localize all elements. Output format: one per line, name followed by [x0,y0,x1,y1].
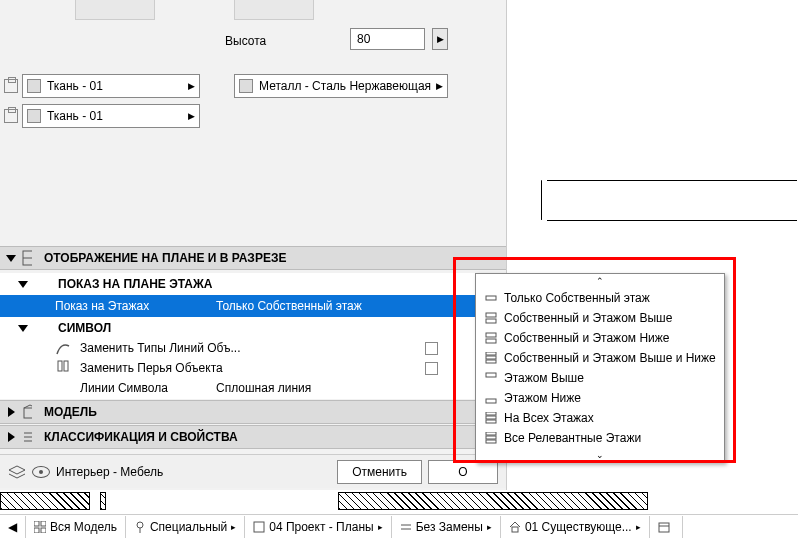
line-type-icon [55,340,71,356]
dropdown-item[interactable]: Этажом Выше [476,368,724,388]
chevron-down-icon [18,323,28,333]
plan-section-icon [22,250,38,266]
svg-rect-22 [486,373,496,377]
svg-rect-31 [41,521,46,526]
dropdown-item[interactable]: Этажом Ниже [476,388,724,408]
list-icon [22,429,38,445]
floor-display-dropdown: ⌃ Только Собственный этаж Собственный и … [475,273,725,463]
dropdown-item[interactable]: Собственный и Этажом Выше и Ниже [476,348,724,368]
floor-icon [484,431,498,445]
chevron-right-icon [6,432,16,442]
svg-rect-14 [486,296,496,300]
layer-name: Интерьер - Мебель [56,465,163,479]
tab-label: Без Замены [416,520,483,534]
row-show-on-floors[interactable]: Показ на Этажах Только Собственный этаж … [0,295,506,317]
floor-icon [484,411,498,425]
checkbox[interactable] [425,362,438,375]
tab-more[interactable] [650,516,683,538]
tab-no-replace[interactable]: Без Замены▸ [392,516,501,538]
house-icon [509,521,521,533]
section-title: МОДЕЛЬ [44,405,97,419]
subsection-symbol[interactable]: СИМВОЛ [0,317,506,339]
model-icon [22,404,38,420]
height-label: Высота [225,34,266,48]
svg-rect-25 [486,416,496,419]
svg-rect-24 [486,412,496,415]
dropdown-item[interactable]: Только Собственный этаж [476,288,724,308]
dropdown-item[interactable]: Все Релевантные Этажи [476,428,724,448]
floor-icon [484,371,498,385]
material-metal-row[interactable]: Металл - Сталь Нержавеющая ▶ [234,74,448,98]
section-model-header[interactable]: МОДЕЛЬ [0,400,506,424]
scroll-down[interactable]: ⌄ [476,448,724,462]
svg-marker-7 [8,407,15,417]
svg-rect-38 [659,523,669,532]
tab-prev[interactable]: ◀ [0,516,26,538]
svg-rect-37 [512,527,518,532]
tab-label: Вся Модель [50,520,117,534]
tab-label: 04 Проект - Планы [269,520,373,534]
chevron-right-icon: ▸ [636,522,641,532]
tab-label: Специальный [150,520,227,534]
svg-rect-8 [24,408,32,418]
calendar-icon [658,521,670,533]
chevron-right-icon: ▸ [231,522,236,532]
row-replace-line-types[interactable]: Заменить Типы Линий Объ... [0,337,506,359]
floor-icon [484,291,498,305]
svg-marker-4 [18,325,28,332]
tab-existing[interactable]: 01 Существующе...▸ [501,516,650,538]
dropdown-item[interactable]: Собственный и Этажом Ниже [476,328,724,348]
property-label: Показ на Этажах [55,299,149,313]
subsection-title: ПОКАЗ НА ПЛАНЕ ЭТАЖА [58,277,212,291]
swatch-icon [239,79,253,93]
row-symbol-lines[interactable]: Линии Символа Сплошная линия [0,377,506,399]
svg-marker-3 [18,281,28,288]
property-label: Линии Символа [80,381,168,395]
material-fabric-row-2[interactable]: Ткань - 01 ▶ [4,104,200,128]
tab-special[interactable]: Специальный▸ [126,516,245,538]
svg-rect-15 [486,313,496,317]
section-display-header[interactable]: ОТОБРАЖЕНИЕ НА ПЛАНЕ И В РАЗРЕЗЕ [0,246,506,270]
property-label: Заменить Типы Линий Объ... [80,341,240,355]
svg-rect-30 [34,521,39,526]
grid-icon [34,521,46,533]
subsection-floor-plan-show[interactable]: ПОКАЗ НА ПЛАНЕ ЭТАЖА [0,273,506,295]
cancel-button[interactable]: Отменить [337,460,422,484]
property-value: Сплошная линия [216,381,311,395]
scroll-up[interactable]: ⌃ [476,274,724,288]
svg-rect-33 [41,528,46,533]
material-name: Ткань - 01 [47,79,103,93]
preview-thumb-2 [234,0,314,20]
tab-project-plans[interactable]: 04 Проект - Планы▸ [245,516,391,538]
tab-all-model[interactable]: Вся Модель [26,516,126,538]
layers-icon [8,465,26,479]
drawing-line [547,180,797,181]
floor-icon [484,331,498,345]
material-fabric-row-1[interactable]: Ткань - 01 ▶ [4,74,200,98]
floor-icon [484,391,498,405]
svg-point-34 [137,522,143,528]
section-title: ОТОБРАЖЕНИЕ НА ПЛАНЕ И В РАЗРЕЗЕ [44,251,286,265]
swatch-icon [27,109,41,123]
row-replace-pens[interactable]: Заменить Перья Объекта [0,357,506,379]
svg-rect-6 [64,361,68,371]
height-spinner[interactable]: ▶ [432,28,448,50]
chevron-right-icon: ▶ [436,81,443,91]
svg-marker-0 [6,255,16,262]
section-hatch [0,490,798,512]
ok-button[interactable]: О [428,460,498,484]
section-classification-header[interactable]: КЛАССИФИКАЦИЯ И СВОЙСТВА [0,425,506,449]
svg-rect-20 [486,356,496,359]
svg-marker-13 [9,466,25,474]
pen-icon [55,360,71,376]
svg-rect-17 [486,333,496,337]
section-title: КЛАССИФИКАЦИЯ И СВОЙСТВА [44,430,238,444]
chevron-right-icon: ▶ [188,81,195,91]
svg-rect-36 [254,522,264,532]
checkbox[interactable] [425,342,438,355]
floor-icon [484,351,498,365]
svg-rect-29 [486,440,496,443]
height-input[interactable] [350,28,425,50]
dropdown-item[interactable]: На Всех Этажах [476,408,724,428]
dropdown-item[interactable]: Собственный и Этажом Выше [476,308,724,328]
